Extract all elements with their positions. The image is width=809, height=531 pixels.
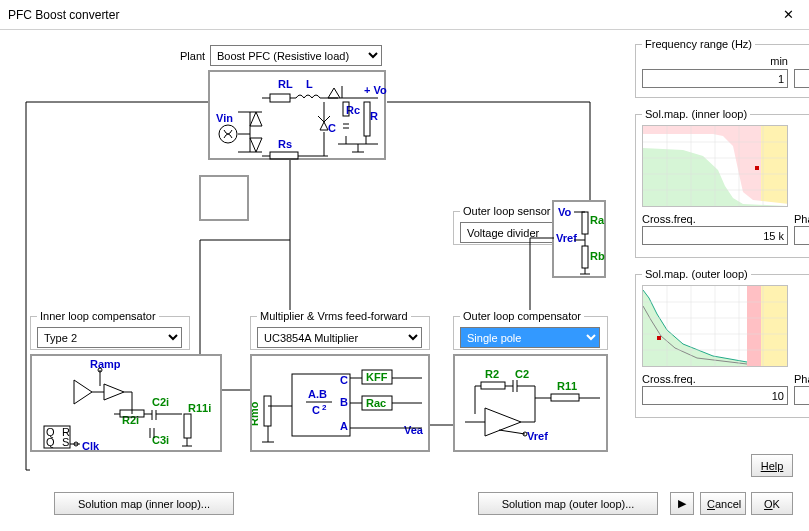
mult-schematic[interactable]: Rmo C B A A.B C 2 KFF Rac Vea bbox=[250, 354, 430, 452]
solution-map-inner-button[interactable]: Solution map (inner loop)... bbox=[54, 492, 234, 515]
ok-button[interactable]: OK bbox=[751, 492, 793, 515]
svg-rect-110 bbox=[200, 176, 248, 220]
sol-inner-map[interactable] bbox=[642, 125, 788, 207]
inner-comp-group: Inner loop compensator Type 2 bbox=[30, 310, 190, 350]
svg-text:Rb: Rb bbox=[590, 250, 605, 262]
cross-freq-label: Cross.freq. bbox=[642, 373, 788, 385]
svg-text:Q: Q bbox=[46, 436, 55, 448]
svg-text:Vea: Vea bbox=[404, 424, 424, 436]
next-button[interactable]: ▶ bbox=[670, 492, 694, 515]
svg-text:Rac: Rac bbox=[366, 397, 386, 409]
inner-comp-label: Inner loop compensator bbox=[37, 310, 159, 322]
mult-label: Multiplier & Vrms feed-forward bbox=[257, 310, 411, 322]
sol-outer-label: Sol.map. (outer loop) bbox=[642, 268, 751, 280]
inner-comp-select[interactable]: Type 2 bbox=[37, 327, 182, 348]
svg-text:Vref: Vref bbox=[527, 430, 548, 442]
svg-rect-31 bbox=[582, 212, 588, 234]
cross-freq-label: Cross.freq. bbox=[642, 213, 788, 225]
svg-text:R: R bbox=[370, 110, 378, 122]
sol-outer-group: Sol.map. (outer loop) Cross.freq. Phase … bbox=[635, 268, 809, 418]
svg-text:Ra: Ra bbox=[590, 214, 605, 226]
svg-text:Clk: Clk bbox=[82, 440, 100, 452]
svg-text:Vref: Vref bbox=[556, 232, 577, 244]
svg-text:Ramp: Ramp bbox=[90, 358, 121, 370]
max-label: max bbox=[794, 55, 809, 67]
mult-select[interactable]: UC3854A Multiplier bbox=[257, 327, 422, 348]
svg-text:C: C bbox=[328, 122, 336, 134]
svg-rect-124 bbox=[747, 286, 761, 367]
plant-select[interactable]: Boost PFC (Resistive load) bbox=[210, 45, 382, 66]
freq-min-input[interactable] bbox=[642, 69, 788, 88]
outer-comp-label: Outer loop compensator bbox=[460, 310, 584, 322]
svg-text:R2: R2 bbox=[485, 368, 499, 380]
outer-comp-schematic[interactable]: R2 C2 R11 Vref bbox=[453, 354, 608, 452]
sol-outer-map[interactable] bbox=[642, 285, 788, 367]
svg-text:L: L bbox=[306, 78, 313, 90]
svg-rect-32 bbox=[582, 246, 588, 268]
svg-text:Vin: Vin bbox=[216, 112, 233, 124]
svg-text:R11: R11 bbox=[557, 380, 577, 392]
svg-text:A: A bbox=[340, 420, 348, 432]
svg-rect-23 bbox=[270, 152, 298, 159]
plant-schematic[interactable]: Vin RL L + Vo Rc C R Rs bbox=[208, 70, 386, 160]
svg-text:C2: C2 bbox=[515, 368, 529, 380]
svg-rect-68 bbox=[264, 396, 271, 426]
svg-text:Rs: Rs bbox=[278, 138, 292, 150]
svg-text:C2i: C2i bbox=[152, 396, 169, 408]
plant-label: Plant bbox=[180, 50, 205, 62]
outer-sensor-schematic[interactable]: Vo Vref Ra Rb bbox=[552, 200, 606, 278]
svg-text:B: B bbox=[340, 396, 348, 408]
svg-line-109 bbox=[499, 430, 525, 434]
sol-inner-cross-input[interactable] bbox=[642, 226, 788, 245]
svg-rect-3 bbox=[270, 94, 290, 102]
svg-text:Rc: Rc bbox=[346, 104, 360, 116]
svg-rect-112 bbox=[761, 126, 788, 207]
help-button[interactable]: Help bbox=[751, 454, 793, 477]
outer-sensor-label: Outer loop sensor bbox=[460, 205, 553, 217]
svg-text:Vo: Vo bbox=[558, 206, 572, 218]
phase-marg-label: Phase marg. bbox=[794, 213, 809, 225]
solution-map-outer-button[interactable]: Solution map (outer loop)... bbox=[478, 492, 658, 515]
window-title: PFC Boost converter bbox=[8, 8, 767, 22]
cancel-button[interactable]: Cancel bbox=[700, 492, 746, 515]
outer-comp-group: Outer loop compensator Single pole bbox=[453, 310, 608, 350]
sol-outer-phase-input[interactable] bbox=[794, 386, 809, 405]
svg-text:R2i: R2i bbox=[122, 414, 139, 426]
svg-text:S: S bbox=[62, 436, 69, 448]
freq-range-group: Frequency range (Hz) min max bbox=[635, 38, 809, 98]
svg-text:KFF: KFF bbox=[366, 371, 388, 383]
svg-rect-135 bbox=[657, 336, 661, 340]
svg-rect-96 bbox=[551, 394, 579, 401]
svg-rect-122 bbox=[755, 166, 759, 170]
sol-outer-cross-input[interactable] bbox=[642, 386, 788, 405]
freq-range-label: Frequency range (Hz) bbox=[642, 38, 755, 50]
mult-group: Multiplier & Vrms feed-forward UC3854A M… bbox=[250, 310, 430, 350]
svg-rect-51 bbox=[184, 414, 191, 438]
inner-comp-schematic[interactable]: Ramp R2i C2i C3i R11i Clk Q R Q S bbox=[30, 354, 222, 452]
svg-rect-91 bbox=[481, 382, 505, 389]
svg-text:+ Vo: + Vo bbox=[364, 84, 387, 96]
sol-inner-phase-input[interactable] bbox=[794, 226, 809, 245]
outer-comp-select[interactable]: Single pole bbox=[460, 327, 600, 348]
svg-text:RL: RL bbox=[278, 78, 293, 90]
svg-text:R11i: R11i bbox=[188, 402, 211, 414]
svg-text:2: 2 bbox=[322, 403, 327, 412]
svg-text:C: C bbox=[340, 374, 348, 386]
phase-marg-label: Phase marg. bbox=[794, 373, 809, 385]
freq-max-input[interactable] bbox=[794, 69, 809, 88]
sol-inner-group: Sol.map. (inner loop) Cross.freq. Phase … bbox=[635, 108, 809, 258]
svg-text:A.B: A.B bbox=[308, 388, 327, 400]
min-label: min bbox=[642, 55, 788, 67]
svg-rect-125 bbox=[761, 286, 788, 367]
close-icon[interactable]: ✕ bbox=[767, 0, 809, 30]
svg-text:Rmo: Rmo bbox=[252, 401, 260, 426]
sol-inner-label: Sol.map. (inner loop) bbox=[642, 108, 750, 120]
svg-text:C: C bbox=[312, 404, 320, 416]
svg-text:C3i: C3i bbox=[152, 434, 169, 446]
